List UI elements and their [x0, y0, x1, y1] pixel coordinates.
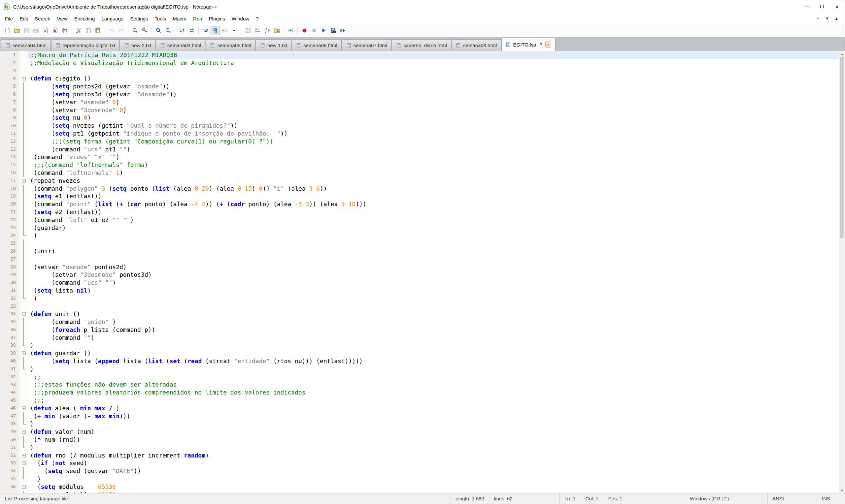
paste-button[interactable] — [93, 26, 102, 35]
editor-line[interactable]: 43 ;;;estas funções não devem ser altera… — [0, 381, 839, 389]
editor-line[interactable]: 23 (guardar) — [0, 224, 839, 232]
fold-margin[interactable] — [19, 177, 28, 185]
editor-line[interactable]: 35 (command "union" ) — [0, 318, 839, 326]
editor[interactable]: 1;;Macro de Patrícia Reis 20141222 MIARQ… — [0, 51, 845, 493]
fold-margin[interactable] — [19, 483, 28, 491]
editor-line[interactable]: 40 (setq lista (append lista (list (set … — [0, 357, 839, 365]
menu-item-tools[interactable]: Tools — [151, 14, 169, 23]
macro-record-button[interactable] — [300, 26, 309, 35]
status-encoding[interactable]: ANSI — [768, 493, 817, 504]
menu-item-window[interactable]: Window — [228, 14, 252, 23]
tab-semana06-html[interactable]: semana06.html — [292, 39, 341, 51]
fold-margin[interactable] — [19, 428, 28, 436]
fold-margin[interactable] — [19, 349, 28, 357]
editor-line[interactable]: 12 ;;;(setq forma (getint "Composição cu… — [0, 138, 839, 145]
editor-line[interactable]: 44 ;;;produzem valores aleatórios compre… — [0, 389, 839, 396]
scroll-up-button[interactable]: ▲ — [839, 51, 845, 57]
editor-line[interactable]: 34(defun unir () — [0, 310, 839, 318]
fold-collapse-icon[interactable] — [22, 312, 26, 316]
fold-collapse-icon[interactable] — [22, 407, 26, 410]
editor-line[interactable]: 33 — [0, 303, 839, 310]
editor-line[interactable]: 39(defun guardar () — [0, 349, 839, 357]
minimize-button[interactable] — [799, 0, 814, 13]
editor-line[interactable]: 3 — [0, 67, 839, 75]
tab-caderno-diario-html[interactable]: caderno_diario.html — [392, 39, 451, 51]
editor-line[interactable]: 6 (setq pontos3d (getvar "3dosmode")) — [0, 90, 839, 98]
fold-collapse-icon[interactable] — [22, 352, 26, 355]
document-map-button[interactable] — [244, 26, 252, 35]
toolbar-dropdown-button[interactable] — [230, 26, 239, 35]
editor-line[interactable]: 52(defun rnd (/ modulus multiplier incre… — [0, 452, 839, 460]
editor-line[interactable]: 45 ;;; — [0, 396, 839, 404]
editor-line[interactable]: 7 (setvar "osmode" 0) — [0, 98, 839, 106]
editor-line[interactable]: 16 (command "loftnormals" 1) — [0, 169, 839, 177]
folder-as-workspace-button[interactable] — [272, 26, 281, 35]
new-file-button[interactable] — [3, 26, 12, 35]
editor-line[interactable]: 10 (setq nvezes (getint "Qual o número d… — [0, 122, 839, 130]
fold-margin[interactable] — [19, 459, 28, 467]
editor-line[interactable]: 41) — [0, 365, 839, 373]
editor-line[interactable]: 51) — [0, 444, 839, 452]
editor-line[interactable]: 42 ;; — [0, 373, 839, 381]
editor-line[interactable]: 38) — [0, 341, 839, 349]
scrollbar-track[interactable] — [839, 57, 845, 487]
tab-semana04-html[interactable]: semana04.html — [1, 39, 51, 51]
status-eol-format[interactable]: Windows (CR LF) — [685, 493, 768, 504]
close-button[interactable] — [41, 26, 50, 35]
menu-item-encoding[interactable]: Encoding — [71, 14, 99, 23]
function-list-button[interactable] — [263, 26, 272, 35]
menu-item-search[interactable]: Search — [31, 14, 54, 23]
editor-line[interactable]: 32 ) — [0, 294, 839, 303]
editor-line[interactable]: 54 (setq seed (getvar "DATE")) — [0, 467, 839, 475]
editor-line[interactable]: 37 (command "") — [0, 334, 839, 342]
editor-line[interactable]: 20 (command "point" (list (+ (car ponto)… — [0, 200, 839, 208]
editor-line[interactable]: 9 (setq nu 0) — [0, 114, 839, 122]
editor-line[interactable]: 31 (setq lista nil) — [0, 287, 839, 294]
status-insert-mode[interactable]: INS — [817, 493, 845, 504]
editor-line[interactable]: 50 (* num (rnd)) — [0, 436, 839, 444]
fold-margin[interactable] — [19, 452, 28, 460]
macro-playback-button[interactable] — [319, 26, 328, 35]
find-button[interactable] — [131, 26, 140, 35]
fold-collapse-icon[interactable] — [22, 430, 26, 434]
editor-line[interactable]: 2;;Modelação e Visualização Tridimension… — [0, 59, 839, 67]
editor-line[interactable]: 28 (setvar "osmode" pontos2d) — [0, 263, 839, 271]
scroll-down-button[interactable]: ▼ — [839, 487, 845, 493]
editor-line[interactable]: 57 multiplier 25173 — [0, 491, 839, 493]
tab-close-icon[interactable]: × — [545, 41, 551, 48]
editor-line[interactable]: 1;;Macro de Patrícia Reis 20141222 MIARQ… — [0, 51, 839, 59]
document-list-button[interactable] — [253, 26, 262, 35]
editor-line[interactable]: 25 — [0, 239, 839, 247]
menu-item-settings[interactable]: Settings — [127, 14, 151, 23]
tab-new-2-txt[interactable]: new 2.txt — [120, 39, 156, 51]
editor-line[interactable]: 17(repeat nvezes — [0, 177, 839, 185]
vertical-scrollbar[interactable]: ▲ ▼ — [839, 51, 845, 493]
editor-line[interactable]: 36 (foreach p lista (command p)) — [0, 326, 839, 334]
editor-line[interactable]: 46(defun alea ( min max / ) — [0, 404, 839, 412]
fold-collapse-icon[interactable] — [22, 485, 26, 488]
sync-vertical-button[interactable] — [178, 26, 187, 35]
menu-item-plugins[interactable]: Plugins — [206, 14, 228, 23]
editor-line[interactable]: 56 (setq modulus 65536 — [0, 483, 839, 491]
fold-margin[interactable] — [19, 310, 28, 318]
menu-item-run[interactable]: Run — [190, 14, 206, 23]
editor-line[interactable]: 21 (setq e2 (entlast)) — [0, 208, 839, 216]
scrollbar-thumb[interactable] — [840, 57, 844, 238]
fold-collapse-icon[interactable] — [22, 462, 26, 465]
zoom-out-button[interactable] — [164, 26, 173, 35]
editor-line[interactable]: 11 (setq pt1 (getpoint "indique o ponto … — [0, 130, 839, 138]
tab-semana07-html[interactable]: semana07.html — [342, 39, 392, 51]
word-wrap-button[interactable] — [201, 26, 210, 35]
editor-line[interactable]: 26 (unir) — [0, 247, 839, 255]
replace-button[interactable] — [140, 26, 149, 35]
zoom-in-button[interactable] — [154, 26, 163, 35]
editor-line[interactable]: 48) — [0, 420, 839, 428]
menu-item-view[interactable]: View — [54, 14, 71, 23]
show-all-characters-button[interactable] — [211, 26, 219, 35]
tab-egito-lsp[interactable]: EGITO.lsp× — [501, 38, 556, 51]
show-indent-guide-button[interactable] — [220, 26, 229, 35]
menu-item-language[interactable]: Language — [98, 14, 127, 23]
print-button[interactable] — [60, 26, 69, 35]
tab-semana08-html[interactable]: semana08.html — [452, 39, 501, 51]
tab-scroll-button[interactable]: ▲ — [832, 15, 841, 22]
